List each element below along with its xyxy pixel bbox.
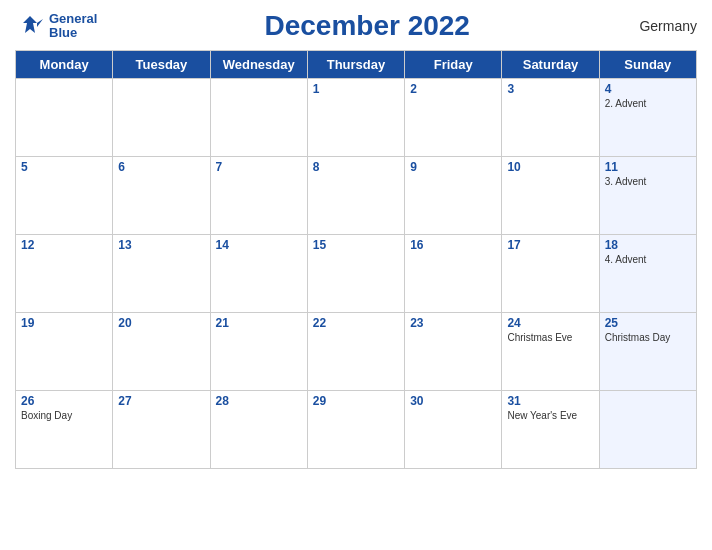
day-number: 15: [313, 238, 399, 252]
day-cell: [210, 79, 307, 157]
header-tuesday: Tuesday: [113, 51, 210, 79]
day-number: 24: [507, 316, 593, 330]
day-number: 18: [605, 238, 691, 252]
holiday-name: 3. Advent: [605, 176, 691, 188]
calendar-body: 12342. Advent5678910113. Advent121314151…: [16, 79, 697, 469]
day-number: 9: [410, 160, 496, 174]
header-monday: Monday: [16, 51, 113, 79]
week-row-1: 12342. Advent: [16, 79, 697, 157]
day-number: 20: [118, 316, 204, 330]
day-cell: 9: [405, 157, 502, 235]
day-cell: 6: [113, 157, 210, 235]
holiday-name: Boxing Day: [21, 410, 107, 422]
day-cell: 22: [307, 313, 404, 391]
country-label: Germany: [637, 18, 697, 34]
day-number: 11: [605, 160, 691, 174]
day-cell: 1: [307, 79, 404, 157]
svg-marker-1: [37, 19, 43, 27]
logo: General Blue: [15, 11, 97, 41]
day-cell: 5: [16, 157, 113, 235]
day-cell: 25Christmas Day: [599, 313, 696, 391]
day-cell: 29: [307, 391, 404, 469]
day-number: 8: [313, 160, 399, 174]
day-number: 2: [410, 82, 496, 96]
holiday-name: Christmas Eve: [507, 332, 593, 344]
day-number: 21: [216, 316, 302, 330]
day-number: 23: [410, 316, 496, 330]
week-row-5: 26Boxing Day2728293031New Year's Eve: [16, 391, 697, 469]
logo-icon: [15, 11, 45, 41]
day-number: 10: [507, 160, 593, 174]
day-number: 25: [605, 316, 691, 330]
day-number: 31: [507, 394, 593, 408]
day-cell: 42. Advent: [599, 79, 696, 157]
day-cell: 26Boxing Day: [16, 391, 113, 469]
day-number: 16: [410, 238, 496, 252]
day-cell: 17: [502, 235, 599, 313]
day-cell: [113, 79, 210, 157]
day-cell: 14: [210, 235, 307, 313]
calendar-page: General Blue December 2022 Germany Monda…: [0, 0, 712, 550]
day-cell: 23: [405, 313, 502, 391]
day-cell: 10: [502, 157, 599, 235]
day-cell: 31New Year's Eve: [502, 391, 599, 469]
day-cell: 184. Advent: [599, 235, 696, 313]
day-cell: 27: [113, 391, 210, 469]
day-number: 28: [216, 394, 302, 408]
day-cell: [599, 391, 696, 469]
day-number: 26: [21, 394, 107, 408]
header-thursday: Thursday: [307, 51, 404, 79]
day-cell: 19: [16, 313, 113, 391]
day-number: 19: [21, 316, 107, 330]
day-cell: 20: [113, 313, 210, 391]
day-cell: 2: [405, 79, 502, 157]
day-cell: 15: [307, 235, 404, 313]
day-number: 27: [118, 394, 204, 408]
day-number: 13: [118, 238, 204, 252]
week-row-3: 121314151617184. Advent: [16, 235, 697, 313]
week-row-2: 5678910113. Advent: [16, 157, 697, 235]
day-number: 30: [410, 394, 496, 408]
header-friday: Friday: [405, 51, 502, 79]
day-cell: 28: [210, 391, 307, 469]
holiday-name: 4. Advent: [605, 254, 691, 266]
day-number: 29: [313, 394, 399, 408]
day-cell: 113. Advent: [599, 157, 696, 235]
day-number: 3: [507, 82, 593, 96]
day-number: 22: [313, 316, 399, 330]
header-sunday: Sunday: [599, 51, 696, 79]
day-cell: 30: [405, 391, 502, 469]
day-cell: 3: [502, 79, 599, 157]
day-cell: 16: [405, 235, 502, 313]
weekday-header-row: Monday Tuesday Wednesday Thursday Friday…: [16, 51, 697, 79]
header-wednesday: Wednesday: [210, 51, 307, 79]
day-number: 7: [216, 160, 302, 174]
day-cell: 24Christmas Eve: [502, 313, 599, 391]
day-number: 4: [605, 82, 691, 96]
holiday-name: 2. Advent: [605, 98, 691, 110]
day-cell: 12: [16, 235, 113, 313]
day-number: 1: [313, 82, 399, 96]
logo-text: General Blue: [49, 12, 97, 41]
day-number: 6: [118, 160, 204, 174]
day-cell: 13: [113, 235, 210, 313]
day-cell: 7: [210, 157, 307, 235]
day-number: 14: [216, 238, 302, 252]
week-row-4: 192021222324Christmas Eve25Christmas Day: [16, 313, 697, 391]
svg-marker-0: [23, 16, 37, 33]
day-cell: 21: [210, 313, 307, 391]
day-number: 17: [507, 238, 593, 252]
day-cell: 8: [307, 157, 404, 235]
header-saturday: Saturday: [502, 51, 599, 79]
header: General Blue December 2022 Germany: [15, 10, 697, 42]
holiday-name: Christmas Day: [605, 332, 691, 344]
day-cell: [16, 79, 113, 157]
page-title: December 2022: [97, 10, 637, 42]
holiday-name: New Year's Eve: [507, 410, 593, 422]
day-number: 5: [21, 160, 107, 174]
calendar-table: Monday Tuesday Wednesday Thursday Friday…: [15, 50, 697, 469]
day-number: 12: [21, 238, 107, 252]
